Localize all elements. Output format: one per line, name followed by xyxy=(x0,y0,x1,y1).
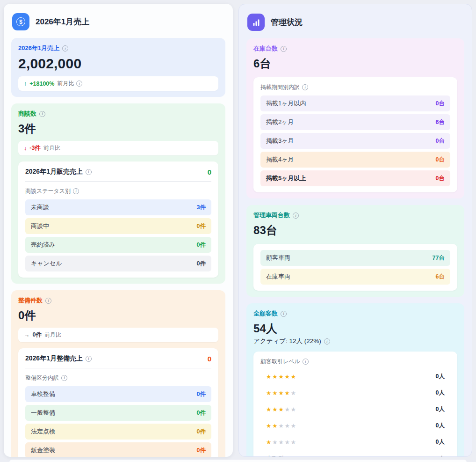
breakdown-title-wrap: 掲載期間別内訳 xyxy=(260,83,450,91)
star-rating-row: ★★★★★ 0人 xyxy=(260,419,450,433)
breakdown-row: 車検整備 0件 xyxy=(25,386,211,402)
gray-stars: ★ xyxy=(291,390,297,396)
trend-arrow-down-icon: ↓ xyxy=(24,145,27,152)
row-value: 0件 xyxy=(197,260,206,268)
panel-title: 管理状況 xyxy=(271,17,303,28)
untraded-row: 未取引 54人 xyxy=(260,452,450,457)
trend-arrow-right-icon: → xyxy=(24,332,30,338)
gold-stars: ★★★ xyxy=(266,406,285,413)
info-icon[interactable] xyxy=(73,188,79,194)
row-value: 0台 xyxy=(436,100,445,108)
trend-suffix: 前月比 xyxy=(44,331,61,339)
row-value: 0人 xyxy=(436,373,445,381)
row-value: 0人 xyxy=(436,389,445,397)
info-icon[interactable] xyxy=(86,356,92,362)
sub-head-label: 2026年1月整備売上 xyxy=(25,354,83,363)
breakdown-row: 掲載4ヶ月 0台 xyxy=(260,152,450,168)
customers-card-label: 全顧客数 xyxy=(253,309,278,318)
row-label: 掲載2ヶ月 xyxy=(266,118,294,126)
info-icon[interactable] xyxy=(45,298,51,304)
row-value: 0台 xyxy=(436,137,445,145)
inventory-card: 在庫台数 6台 掲載期間別内訳 掲載1ヶ月以内 0台 掲載2ヶ月 6台 掲載3ヶ… xyxy=(246,38,464,198)
vehicles-card-label: 管理車両台数 xyxy=(253,211,290,220)
sales-card-label: 2026年1月売上 xyxy=(18,44,59,52)
gold-stars: ★★★★ xyxy=(266,390,291,396)
gray-stars: ★★★ xyxy=(278,423,297,429)
maintenance-trend-box: → 0件 前月比 xyxy=(18,328,218,342)
maintenance-card-value: 0件 xyxy=(18,308,218,323)
dollar-glyph xyxy=(16,17,25,26)
inventory-card-label: 在庫台数 xyxy=(253,44,278,53)
star-rating-row: ★★★★★ 0人 xyxy=(260,435,450,449)
row-label: 商談中 xyxy=(31,222,49,230)
trend-suffix-wrap: 前月比 xyxy=(57,80,82,88)
info-icon[interactable] xyxy=(62,45,68,51)
row-label: 一般整備 xyxy=(31,409,55,417)
gold-stars: ★ xyxy=(266,439,272,446)
gray-stars: ★★★★ xyxy=(272,439,297,446)
management-panel: 管理状況 在庫台数 6台 掲載期間別内訳 掲載1ヶ月以内 0台 掲載2ヶ月 6台… xyxy=(238,4,472,457)
row-value: 0台 xyxy=(436,175,445,183)
trend-suffix: 前月比 xyxy=(57,80,74,88)
star-rating-1-icon: ★★★★★ xyxy=(266,439,297,446)
sub-head-value: 0 xyxy=(208,355,211,363)
row-value: 0件 xyxy=(197,409,206,417)
row-value: 0件 xyxy=(197,390,206,398)
star-rating-5-icon: ★★★★★ xyxy=(266,373,297,380)
row-label: 顧客車両 xyxy=(266,254,290,262)
sales-card-value: 2,002,000 xyxy=(18,56,218,72)
trend-suffix-wrap: 前月比 xyxy=(43,144,60,152)
info-icon[interactable] xyxy=(61,375,67,381)
breakdown-title: 商談ステータス別 xyxy=(25,187,71,195)
customers-sub-card: 顧客取引レベル ★★★★★ 0人 ★★★★★ 0人 ★★★★★ 0人 ★★★★★… xyxy=(253,352,457,457)
info-icon[interactable] xyxy=(39,111,45,117)
sub-head-label: 2026年1月販売売上 xyxy=(25,168,83,176)
maintenance-revenue-row: 2026年1月整備売上 0 xyxy=(25,354,211,368)
vehicles-card: 管理車両台数 83台 顧客車両 77台 在庫車両 6台 xyxy=(246,205,464,297)
sub-head-label-wrap: 2026年1月整備売上 xyxy=(25,354,92,363)
trend-suffix: 前月比 xyxy=(43,144,60,152)
vehicles-card-label-row: 管理車両台数 xyxy=(253,211,457,220)
info-icon[interactable] xyxy=(302,84,308,90)
info-icon[interactable] xyxy=(76,81,82,87)
info-icon[interactable] xyxy=(324,338,330,345)
breakdown-row: 商談中 0件 xyxy=(25,218,211,234)
row-value: 0件 xyxy=(197,241,206,249)
negotiation-card-value: 3件 xyxy=(18,121,218,136)
info-icon[interactable] xyxy=(293,213,299,219)
info-icon[interactable] xyxy=(303,359,309,365)
info-icon[interactable] xyxy=(281,311,287,317)
negotiation-card: 商談数 3件 ↓ -3件 前月比 2026年1月販売売上 0 商談ステータス別 xyxy=(11,103,225,284)
row-label: キャンセル xyxy=(31,259,62,268)
star-rating-4-icon: ★★★★★ xyxy=(266,389,297,396)
maintenance-card-label: 整備件数 xyxy=(18,296,43,305)
breakdown-row: 掲載2ヶ月 6台 xyxy=(260,114,450,130)
breakdown-row: 一般整備 0件 xyxy=(25,405,211,421)
trend-value: +18100% xyxy=(29,81,54,87)
next-card-top-edge xyxy=(9,460,467,462)
trend-value: -3件 xyxy=(29,144,41,152)
trend-suffix-wrap: 前月比 xyxy=(44,331,61,339)
breakdown-row: 掲載5ヶ月以上 0台 xyxy=(260,170,450,186)
row-label: 車検整備 xyxy=(31,390,55,398)
sub-head-value: 0 xyxy=(208,168,211,176)
inventory-card-value: 6台 xyxy=(253,56,457,71)
star-rating-2-icon: ★★★★★ xyxy=(266,422,297,429)
info-icon[interactable] xyxy=(86,169,92,175)
breakdown-row: 在庫車両 6台 xyxy=(260,269,450,285)
row-value: 54人 xyxy=(433,455,445,457)
breakdown-row: 顧客車両 77台 xyxy=(260,250,450,266)
vehicles-sub-card: 顧客車両 77台 在庫車両 6台 xyxy=(253,244,457,291)
active-customers-line: アクティブ: 12人 (22%) xyxy=(253,337,457,345)
row-value: 0人 xyxy=(436,405,445,413)
breakdown-row: 掲載3ヶ月 0台 xyxy=(260,133,450,149)
breakdown-title: 顧客取引レベル xyxy=(260,358,300,366)
negotiation-trend-box: ↓ -3件 前月比 xyxy=(18,141,218,155)
star-rating-row: ★★★★★ 0人 xyxy=(260,370,450,383)
panel-title: 2026年1月売上 xyxy=(36,16,89,27)
row-value: 0件 xyxy=(197,447,206,455)
customers-card: 全顧客数 54人 アクティブ: 12人 (22%) 顧客取引レベル ★★★★★ … xyxy=(246,303,464,457)
row-value: 6台 xyxy=(436,118,445,126)
info-icon[interactable] xyxy=(281,46,287,52)
active-customers-label: アクティブ: 12人 (22%) xyxy=(253,337,321,345)
